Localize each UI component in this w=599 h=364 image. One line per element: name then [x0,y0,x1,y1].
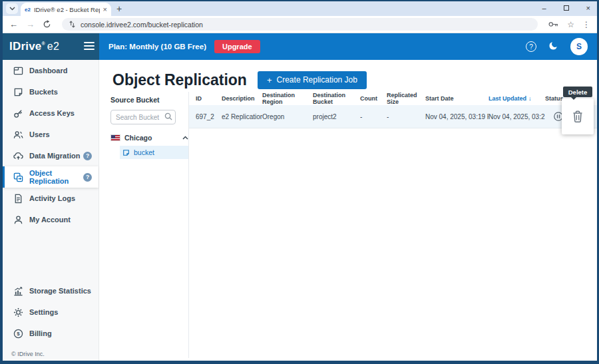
site-favicon: e2 [25,7,31,13]
bookmark-star-icon[interactable]: ☆ [567,20,574,29]
column-header-id[interactable]: ID [196,95,222,102]
password-key-icon[interactable] [548,21,559,28]
logo-suffix: e2 [47,41,59,52]
dashboard-icon [13,66,23,76]
user-avatar[interactable]: S [570,38,588,55]
source-bucket-panel: Source Bucket Chicago bucket [99,92,189,358]
maximize-button[interactable] [564,5,569,12]
sidebar-item-label: Users [29,130,50,138]
plus-icon: + [267,75,272,85]
new-tab-button[interactable]: + [116,4,122,13]
sidebar-item-label: My Account [29,216,71,224]
bucket-icon [13,87,23,97]
column-header-last-updated[interactable]: Last Updated↓ [489,95,545,102]
forward-button[interactable]: → [26,20,35,29]
page-title: Object Replication [112,71,247,89]
help-icon[interactable]: ? [526,41,536,52]
upgrade-button[interactable]: Upgrade [214,40,260,53]
tab-close-icon[interactable]: × [103,6,107,13]
cell-last-updated: Nov 04, 2025, 03:2 [489,112,545,121]
statistics-icon [13,286,23,296]
tab-title: IDrive® e2 - Bucket Replication [34,6,100,13]
tab-strip: e2 IDrive® e2 - Bucket Replication × + –… [3,1,597,16]
last-updated-text: Nov 04, 2025, 03:2 [489,113,545,120]
person-icon [13,215,23,225]
sidebar-item-label: Billing [29,329,52,337]
reload-button[interactable] [43,20,51,29]
dollar-circle-icon: $ [13,329,23,339]
sidebar-item-billing[interactable]: $ Billing [3,323,99,344]
column-header-start-date[interactable]: Start Date [425,95,489,102]
column-header-count[interactable]: Count [360,95,387,102]
table-row: 697_2 e2 Replication Oregon project2 - -… [189,105,597,128]
column-header-destination-bucket[interactable]: Destination Bucket [313,92,360,105]
sidebar-item-data-migration[interactable]: Data Migration ? [3,145,99,166]
sidebar-item-settings[interactable]: Settings [3,301,99,323]
column-header-label: Last Updated [489,95,526,102]
maximize-icon [564,5,569,11]
cell-start-date: Nov 04, 2025, 03:19 PM [425,113,489,120]
column-header-replicated-size[interactable]: Replicated Size [387,92,425,105]
tab-search-button[interactable] [6,3,18,14]
region-group-chicago[interactable]: Chicago [110,131,188,144]
help-badge-icon[interactable]: ? [83,152,92,160]
gear-icon [13,307,23,317]
column-header-description[interactable]: Description [222,95,262,102]
cell-destination-region: Oregon [262,113,313,120]
trash-icon[interactable] [572,110,584,123]
sidebar-item-object-replication[interactable]: Object Replication ? [3,166,99,188]
logo-area: IDrive®e2 [3,33,99,60]
cell-description: e2 Replication [222,113,262,120]
bucket-label: bucket [134,148,154,156]
sidebar-item-my-account[interactable]: My Account [3,209,99,230]
hamburger-menu-icon[interactable] [84,42,95,52]
logo-registered-mark: ® [41,41,45,46]
header-main: Plan: Monthly (10 GB Free) Upgrade ? S [99,33,597,60]
sidebar-item-label: Settings [29,308,58,316]
sidebar-item-label: Dashboard [29,67,67,75]
delete-action-card [562,98,594,134]
close-window-button[interactable]: × [586,5,590,12]
help-badge-icon[interactable]: ? [83,173,92,182]
column-header-destination-region[interactable]: Destination Region [262,92,313,105]
replication-icon [13,172,23,182]
replication-table: ID Description Destination Region Destin… [189,92,597,358]
cell-count: - [360,113,387,120]
sidebar-item-activity-logs[interactable]: Activity Logs [3,188,99,209]
table-header-row: ID Description Destination Region Destin… [196,92,597,105]
plan-label: Plan: Monthly (10 GB Free) [108,43,206,51]
sidebar-item-label: Buckets [29,88,58,96]
sidebar-item-storage-statistics[interactable]: Storage Statistics [3,280,99,301]
key-icon [13,108,23,118]
sidebar-item-buckets[interactable]: Buckets [3,81,99,102]
url-text: console.idrivee2.com/bucket-replication [81,21,203,29]
address-bar[interactable]: console.idrivee2.com/bucket-replication [62,18,538,31]
dark-mode-moon-icon[interactable] [548,41,558,53]
chevron-down-icon [9,7,15,11]
chevron-up-icon[interactable] [182,136,188,140]
browser-window: e2 IDrive® e2 - Bucket Replication × + –… [0,0,599,364]
cell-id: 697_2 [196,113,222,120]
back-button[interactable]: ← [9,20,18,29]
sidebar-item-label: Data Migration [29,152,80,160]
site-settings-icon[interactable] [69,21,76,28]
sort-desc-icon: ↓ [528,95,532,102]
source-bucket-header: Source Bucket [110,96,188,104]
sidebar-item-dashboard[interactable]: Dashboard [3,60,99,81]
app-header: IDrive®e2 Plan: Monthly (10 GB Free) Upg… [3,33,597,60]
minimize-button[interactable]: – [542,5,546,12]
window-controls: – × [542,1,590,15]
toolbar-right: ☆ ⋮ [548,20,590,29]
sidebar-item-access-keys[interactable]: Access Keys [3,102,99,124]
sidebar-item-users[interactable]: Users [3,124,99,145]
create-replication-job-button[interactable]: + Create Replication Job [258,71,367,89]
browser-menu-icon[interactable]: ⋮ [582,20,590,29]
create-button-label: Create Replication Job [277,75,357,85]
bucket-icon [122,149,130,156]
sidebar-item-label: Activity Logs [29,194,75,202]
bucket-tree-item[interactable]: bucket [120,146,188,159]
cell-replicated-size: - [387,113,425,120]
delete-tooltip: Delete [563,87,592,97]
browser-tab[interactable]: e2 IDrive® e2 - Bucket Replication × [21,3,111,16]
logo-text: IDrive [9,40,41,53]
